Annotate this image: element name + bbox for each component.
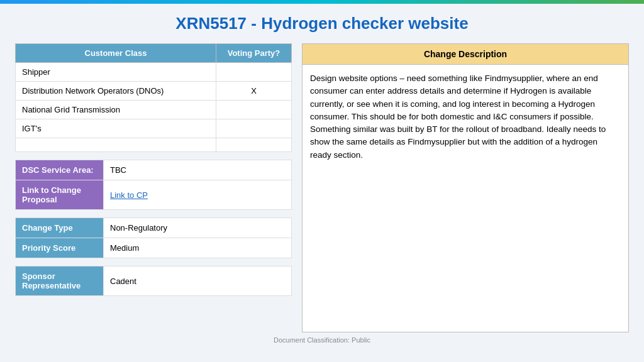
- voting-cell: [216, 119, 292, 138]
- customer-class-cell: Distribution Network Operators (DNOs): [16, 82, 216, 101]
- table-row: IGT's: [16, 119, 292, 138]
- page-title: XRN5517 - Hydrogen checker website: [15, 14, 629, 33]
- customer-class-cell: Shipper: [16, 63, 216, 82]
- customer-class-table: Customer Class Voting Party? Shipper Dis…: [15, 43, 292, 152]
- link-to-cp[interactable]: Link to CP: [110, 190, 148, 200]
- sponsor-label: Sponsor Representative: [16, 266, 104, 296]
- priority-score-label: Priority Score: [16, 238, 104, 258]
- content-row: Customer Class Voting Party? Shipper Dis…: [15, 43, 629, 332]
- dsc-service-label: DSC Service Area:: [16, 160, 104, 180]
- voting-cell: [216, 101, 292, 119]
- change-description-header: Change Description: [303, 44, 628, 65]
- priority-score-row: Priority Score Medium: [16, 238, 292, 258]
- link-cp-label: Link to Change Proposal: [16, 180, 104, 210]
- customer-class-header: Customer Class: [16, 44, 216, 63]
- voting-cell: X: [216, 82, 292, 101]
- link-cp-value: Link to CP: [104, 180, 292, 210]
- customer-class-cell-empty: [16, 138, 216, 152]
- main-container: XRN5517 - Hydrogen checker website Custo…: [0, 4, 644, 362]
- customer-class-cell: IGT's: [16, 119, 216, 138]
- sponsor-table: Sponsor Representative Cadent: [15, 266, 292, 296]
- footer-classification: Document Classification: Public: [15, 336, 629, 344]
- left-panel: Customer Class Voting Party? Shipper Dis…: [15, 43, 292, 332]
- dsc-service-value: TBC: [104, 160, 292, 180]
- table-row-empty: [16, 138, 292, 152]
- customer-class-cell: National Grid Transmission: [16, 101, 216, 119]
- priority-score-value: Medium: [104, 238, 292, 258]
- voting-party-header: Voting Party?: [216, 44, 292, 63]
- table-row: Shipper: [16, 63, 292, 82]
- change-type-label: Change Type: [16, 218, 104, 238]
- table-row: Distribution Network Operators (DNOs) X: [16, 82, 292, 101]
- change-type-table: Change Type Non-Regulatory Priority Scor…: [15, 217, 292, 258]
- link-cp-row: Link to Change Proposal Link to CP: [16, 180, 292, 210]
- change-type-value: Non-Regulatory: [104, 218, 292, 238]
- dsc-info-table: DSC Service Area: TBC Link to Change Pro…: [15, 160, 292, 210]
- change-description-body: Design website options – need something …: [303, 65, 628, 332]
- voting-cell: [216, 63, 292, 82]
- voting-cell-empty: [216, 138, 292, 152]
- change-type-row: Change Type Non-Regulatory: [16, 218, 292, 238]
- sponsor-row: Sponsor Representative Cadent: [16, 266, 292, 296]
- sponsor-value: Cadent: [104, 266, 292, 296]
- dsc-service-row: DSC Service Area: TBC: [16, 160, 292, 180]
- right-panel: Change Description Design website option…: [302, 43, 629, 332]
- table-row: National Grid Transmission: [16, 101, 292, 119]
